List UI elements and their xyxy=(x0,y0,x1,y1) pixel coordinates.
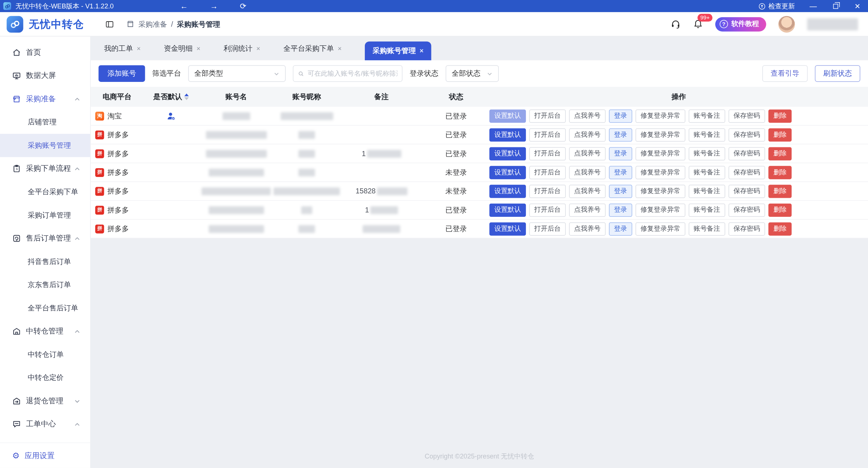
sidebar-item-京东售后订单[interactable]: 京东售后订单 xyxy=(0,273,90,297)
op-登录-button[interactable]: 登录 xyxy=(609,128,632,141)
nav-forward-icon[interactable]: → xyxy=(210,2,218,11)
op-打开后台-button[interactable]: 打开后台 xyxy=(529,222,566,235)
op-删除-button[interactable]: 删除 xyxy=(768,128,792,141)
op-登录-button[interactable]: 登录 xyxy=(609,166,632,179)
close-icon[interactable]: × xyxy=(338,45,342,52)
op-修复登录异常-button[interactable]: 修复登录异常 xyxy=(636,128,685,141)
op-修复登录异常-button[interactable]: 修复登录异常 xyxy=(636,222,685,235)
sidebar-item-全平台采购下单[interactable]: 全平台采购下单 xyxy=(0,180,90,204)
sidebar-item-采购订单管理[interactable]: 采购订单管理 xyxy=(0,204,90,227)
op-登录-button[interactable]: 登录 xyxy=(609,109,632,122)
sidebar-item-全平台售后订单[interactable]: 全平台售后订单 xyxy=(0,297,90,320)
close-button[interactable]: ✕ xyxy=(854,2,861,10)
platform-select[interactable]: 全部类型 xyxy=(188,65,285,82)
tab-我的工单[interactable]: 我的工单× xyxy=(104,44,141,53)
op-保存密码-button[interactable]: 保存密码 xyxy=(729,147,765,160)
op-修复登录异常-button[interactable]: 修复登录异常 xyxy=(636,147,685,160)
op-账号备注-button[interactable]: 账号备注 xyxy=(689,185,725,198)
op-点我养号-button[interactable]: 点我养号 xyxy=(569,185,606,198)
op-打开后台-button[interactable]: 打开后台 xyxy=(529,185,566,198)
op-登录-button[interactable]: 登录 xyxy=(609,203,632,216)
tab-资金明细[interactable]: 资金明细× xyxy=(164,44,201,53)
op-打开后台-button[interactable]: 打开后台 xyxy=(529,128,566,141)
tab-全平台采购下单[interactable]: 全平台采购下单× xyxy=(284,44,342,53)
sidebar-collapse-button[interactable] xyxy=(105,20,114,29)
op-点我养号-button[interactable]: 点我养号 xyxy=(569,147,606,160)
sidebar-item-采购账号管理[interactable]: 采购账号管理 xyxy=(0,134,90,157)
op-删除-button[interactable]: 删除 xyxy=(768,185,792,198)
tab-利润统计[interactable]: 利润统计× xyxy=(224,44,260,53)
op-保存密码-button[interactable]: 保存密码 xyxy=(729,166,765,179)
minimize-button[interactable]: — xyxy=(809,2,817,10)
breadcrumb-section[interactable]: 采购准备 xyxy=(138,19,167,29)
op-修复登录异常-button[interactable]: 修复登录异常 xyxy=(636,185,685,198)
op-登录-button[interactable]: 登录 xyxy=(609,185,632,198)
op-账号备注-button[interactable]: 账号备注 xyxy=(689,222,725,235)
sidebar-item-中转仓管理[interactable]: 中转仓管理 xyxy=(0,320,90,343)
op-打开后台-button[interactable]: 打开后台 xyxy=(529,109,566,122)
op-登录-button[interactable]: 登录 xyxy=(609,222,632,235)
op-点我养号-button[interactable]: 点我养号 xyxy=(569,128,606,141)
sidebar-item-app-settings[interactable]: ⚙ 应用设置 xyxy=(0,442,90,468)
sidebar-item-抖音售后订单[interactable]: 抖音售后订单 xyxy=(0,250,90,273)
op-打开后台-button[interactable]: 打开后台 xyxy=(529,166,566,179)
op-账号备注-button[interactable]: 账号备注 xyxy=(689,128,725,141)
op-设置默认-button[interactable]: 设置默认 xyxy=(489,128,526,141)
op-保存密码-button[interactable]: 保存密码 xyxy=(729,203,765,216)
tutorial-button[interactable]: ? 软件教程 xyxy=(715,17,766,31)
sidebar-item-采购准备[interactable]: 采购准备 xyxy=(0,87,90,111)
op-打开后台-button[interactable]: 打开后台 xyxy=(529,203,566,216)
close-icon[interactable]: × xyxy=(420,47,424,55)
op-点我养号-button[interactable]: 点我养号 xyxy=(569,222,606,235)
op-保存密码-button[interactable]: 保存密码 xyxy=(729,222,765,235)
sidebar-item-采购下单流程[interactable]: 采购下单流程 xyxy=(0,157,90,181)
op-账号备注-button[interactable]: 账号备注 xyxy=(689,166,725,179)
sort-carets-icon[interactable] xyxy=(184,94,189,100)
op-删除-button[interactable]: 删除 xyxy=(768,166,792,179)
sidebar-item-工单中心[interactable]: 工单中心 xyxy=(0,413,90,436)
view-guide-button[interactable]: 查看引导 xyxy=(762,65,808,82)
support-headset-icon[interactable] xyxy=(670,19,681,29)
op-保存密码-button[interactable]: 保存密码 xyxy=(729,109,765,122)
status-select[interactable]: 全部状态 xyxy=(446,65,499,82)
op-删除-button[interactable]: 删除 xyxy=(768,147,792,160)
op-打开后台-button[interactable]: 打开后台 xyxy=(529,147,566,160)
close-icon[interactable]: × xyxy=(256,45,260,52)
sidebar-item-退货仓管理[interactable]: 退货仓管理 xyxy=(0,389,90,413)
op-保存密码-button[interactable]: 保存密码 xyxy=(729,185,765,198)
account-search[interactable] xyxy=(293,65,403,82)
op-修复登录异常-button[interactable]: 修复登录异常 xyxy=(636,203,685,216)
op-修复登录异常-button[interactable]: 修复登录异常 xyxy=(636,109,685,122)
op-删除-button[interactable]: 删除 xyxy=(768,109,792,122)
op-登录-button[interactable]: 登录 xyxy=(609,147,632,160)
nav-back-icon[interactable]: ← xyxy=(180,2,188,11)
op-设置默认-button[interactable]: 设置默认 xyxy=(489,166,526,179)
sidebar-item-中转仓订单[interactable]: 中转仓订单 xyxy=(0,343,90,366)
op-点我养号-button[interactable]: 点我养号 xyxy=(569,203,606,216)
close-icon[interactable]: × xyxy=(197,45,201,52)
nav-reload-icon[interactable]: ⟳ xyxy=(240,2,247,11)
sidebar-item-数据大屏[interactable]: 数据大屏 xyxy=(0,64,90,87)
op-点我养号-button[interactable]: 点我养号 xyxy=(569,109,606,122)
check-update-button[interactable]: 检查更新 xyxy=(759,1,795,11)
op-删除-button[interactable]: 删除 xyxy=(768,203,792,216)
op-账号备注-button[interactable]: 账号备注 xyxy=(689,109,725,122)
op-修复登录异常-button[interactable]: 修复登录异常 xyxy=(636,166,685,179)
search-input[interactable] xyxy=(308,70,397,78)
op-账号备注-button[interactable]: 账号备注 xyxy=(689,147,725,160)
sidebar-item-首页[interactable]: 首页 xyxy=(0,41,90,64)
sidebar-item-中转仓定价[interactable]: 中转仓定价 xyxy=(0,366,90,389)
refresh-status-button[interactable]: 刷新状态 xyxy=(815,65,860,82)
sidebar-item-售后订单管理[interactable]: 售后订单管理 xyxy=(0,227,90,250)
op-账号备注-button[interactable]: 账号备注 xyxy=(689,203,725,216)
restore-button[interactable] xyxy=(831,2,839,10)
op-设置默认-button[interactable]: 设置默认 xyxy=(489,203,526,216)
op-点我养号-button[interactable]: 点我养号 xyxy=(569,166,606,179)
op-设置默认-button[interactable]: 设置默认 xyxy=(489,185,526,198)
column-header-是否默认[interactable]: 是否默认 xyxy=(143,92,199,102)
sidebar-item-店铺管理[interactable]: 店铺管理 xyxy=(0,111,90,134)
op-设置默认-button[interactable]: 设置默认 xyxy=(489,147,526,160)
op-保存密码-button[interactable]: 保存密码 xyxy=(729,128,765,141)
avatar[interactable] xyxy=(778,16,795,32)
op-设置默认-button[interactable]: 设置默认 xyxy=(489,109,526,122)
